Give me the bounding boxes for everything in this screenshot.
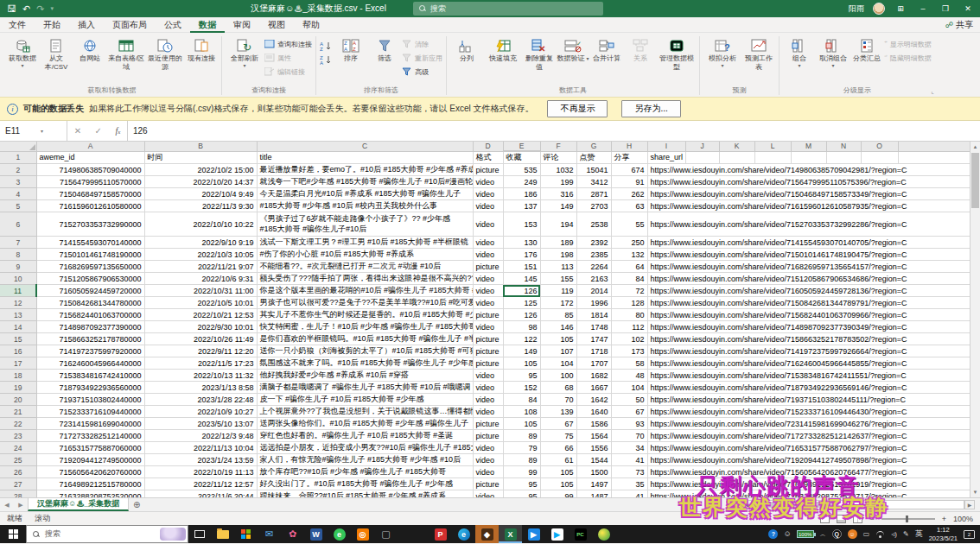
cell-comments[interactable]: 66 — [540, 442, 576, 454]
name-box-dropdown-icon[interactable]: ▾ — [41, 128, 43, 134]
cell-favorites[interactable]: 99 — [503, 466, 540, 478]
cell-time[interactable]: 2022/10/9 10:27 — [144, 406, 257, 418]
row-header-5[interactable]: 5 — [0, 200, 36, 212]
cell-id[interactable]: 7193715103802440000 — [36, 394, 144, 406]
video-app-button[interactable]: ▶ — [522, 525, 545, 543]
cell-likes[interactable]: 1500 — [576, 466, 611, 478]
cell-title[interactable]: 是你们喜欢的半框眼镜吗。#10后 #185大帅哥 #骗你生儿子 #半框 — [257, 333, 473, 345]
row-header-16[interactable]: 16 — [0, 345, 36, 357]
cell-format[interactable]: picture — [473, 333, 503, 345]
cell-likes[interactable]: 1707 — [576, 357, 611, 370]
cell-share-url[interactable]: https://www.iesdouyin.com/share/video/71… — [647, 164, 970, 176]
name-box[interactable]: E11 ▾ — [0, 121, 67, 141]
cell-favorites[interactable]: 186 — [503, 188, 540, 200]
cell-share-url[interactable]: https://www.iesdouyin.com/share/video/71… — [647, 285, 970, 297]
row-header-23[interactable]: 23 — [0, 430, 36, 442]
cell-share-url[interactable]: https://www.iesdouyin.com/share/video/71… — [647, 370, 970, 382]
row-header-9[interactable]: 9 — [0, 261, 36, 273]
cell-id[interactable]: 7151205867906530000 — [36, 273, 144, 285]
cell-id[interactable]: 7164989212515780000 — [36, 478, 144, 490]
cell-comments[interactable]: 100 — [540, 370, 576, 382]
cell-time[interactable]: 2022/11/12 12:57 — [144, 478, 257, 490]
cell-comments[interactable]: 149 — [540, 200, 576, 212]
cell-likes[interactable]: 1556 — [576, 442, 611, 454]
vertical-scrollbar[interactable]: ▲ ▼ — [970, 142, 980, 497]
cell-share-url[interactable]: https://www.iesdouyin.com/share/video/71… — [647, 212, 970, 237]
cell-share-url[interactable]: https://www.iesdouyin.com/share/video/71… — [647, 406, 970, 418]
cell-id[interactable]: 7168269597135650000 — [36, 261, 144, 273]
ungroup-button[interactable]: 取消组合▾ — [817, 35, 850, 69]
cell-shares[interactable]: 41 — [611, 454, 647, 466]
cell[interactable]: 格式 — [473, 151, 503, 164]
cell-shares[interactable]: 34 — [611, 442, 647, 454]
cell-shares[interactable]: 84 — [611, 273, 647, 285]
cell-likes[interactable]: 2871 — [576, 188, 611, 200]
clear-filter-button[interactable]: 清除 — [402, 38, 442, 50]
cell-title[interactable]: 送两张头像给你们。#10后 #185大帅哥 #少年感 #骗你生儿子 — [257, 418, 473, 430]
row-header-12[interactable]: 12 — [0, 297, 36, 309]
what-if-analysis-button[interactable]: ? 模拟分析▾ — [703, 35, 741, 69]
cell-id[interactable]: 7152703353732990000 — [36, 212, 144, 237]
queries-connections-button[interactable]: 查询和连接 — [264, 38, 312, 50]
cell-comments[interactable]: 155 — [540, 273, 576, 285]
orange-app-button[interactable]: ◎ — [351, 525, 374, 543]
column-header-C[interactable]: C — [257, 142, 473, 151]
cell-favorites[interactable]: 95 — [503, 478, 540, 490]
cell-likes[interactable]: 1682 — [576, 370, 611, 382]
cell-format[interactable]: picture — [473, 164, 503, 176]
cell-favorites[interactable]: 535 — [503, 164, 540, 176]
cell-likes[interactable]: 1487 — [576, 490, 611, 498]
column-header-A[interactable]: A — [36, 142, 144, 151]
cell-title[interactable]: 其实儿子不惹你生气的时候还是挺香的。#10后 #185大帅哥 #少年 — [257, 309, 473, 321]
cell-favorites[interactable]: 126 — [503, 309, 540, 321]
cell-time[interactable]: 2022/10/19 11:13 — [144, 466, 257, 478]
cell-likes[interactable]: 1996 — [576, 297, 611, 309]
cell-title[interactable]: 浅试一下斯文理工男？#理工男 #10后 #185大帅哥 #半框眼镜 — [257, 237, 473, 249]
cell-comments[interactable]: 198 — [540, 249, 576, 261]
cell-likes[interactable]: 1586 — [576, 418, 611, 430]
restore-button[interactable]: ❐ — [939, 2, 952, 16]
cell-favorites[interactable]: 89 — [503, 430, 540, 442]
cell-title[interactable]: 送你一只小奶狼（刘海被剪的太平了）#10后 #185大帅哥 #可狼可 — [257, 345, 473, 357]
row-header-15[interactable]: 15 — [0, 333, 36, 345]
cell-id[interactable]: 7165315775887060000 — [36, 442, 144, 454]
cell-shares[interactable]: 250 — [611, 237, 647, 249]
get-data-button[interactable]: 获取数据▾ — [6, 35, 39, 69]
cell-id[interactable]: 7141554593070140000 — [36, 237, 144, 249]
cell-comments[interactable]: 189 — [540, 237, 576, 249]
cell-likes[interactable]: 1544 — [576, 454, 611, 466]
cell-likes[interactable]: 1814 — [576, 309, 611, 321]
cell-id[interactable]: 7141972375997920000 — [36, 345, 144, 357]
cell-id[interactable]: 7148987092377390000 — [36, 321, 144, 333]
cell-format[interactable]: video — [473, 370, 503, 382]
column-header-D[interactable]: D — [473, 142, 503, 151]
from-web-button[interactable]: 自网站 — [73, 35, 106, 63]
row-header-4[interactable]: 4 — [0, 188, 36, 200]
cell-favorites[interactable]: 176 — [503, 249, 540, 261]
save-icon[interactable]: 🖫 — [7, 3, 16, 14]
edge-button[interactable]: e — [452, 525, 475, 543]
cell-time[interactable]: 2022/10/31 11:00 — [144, 285, 257, 297]
row-header-1[interactable]: 1 — [0, 151, 36, 164]
cell-id[interactable]: 7156479995110570000 — [36, 176, 144, 188]
cell-favorites[interactable]: 149 — [503, 345, 540, 357]
close-button[interactable]: ✕ — [961, 2, 975, 16]
from-table-range-button[interactable]: 来自表格/区域 — [107, 35, 145, 71]
start-button[interactable] — [0, 525, 26, 543]
cell-shares[interactable]: 104 — [611, 382, 647, 394]
cell-comments[interactable]: 194 — [540, 212, 576, 237]
microsoft-store-button[interactable] — [234, 525, 258, 543]
normal-view-icon[interactable] — [820, 515, 830, 523]
cell-favorites[interactable]: 151 — [503, 261, 540, 273]
cell-comments[interactable]: 139 — [540, 406, 576, 418]
cell-likes[interactable]: 1642 — [576, 394, 611, 406]
row-header-17[interactable]: 17 — [0, 357, 36, 370]
cell-time[interactable]: 2022/10/5 10:01 — [144, 297, 257, 309]
cell-id[interactable]: 7156824401063700000 — [36, 309, 144, 321]
cell-share-url[interactable]: https://www.iesdouyin.com/share/video/71… — [647, 430, 970, 442]
page-break-view-icon[interactable] — [853, 515, 862, 523]
cell-time[interactable]: 2022/11/21 9:07 — [144, 261, 257, 273]
cancel-icon[interactable]: ✕ — [74, 126, 81, 136]
cell-comments[interactable]: 107 — [540, 345, 576, 357]
card-icon[interactable]: ▭ — [863, 530, 870, 538]
